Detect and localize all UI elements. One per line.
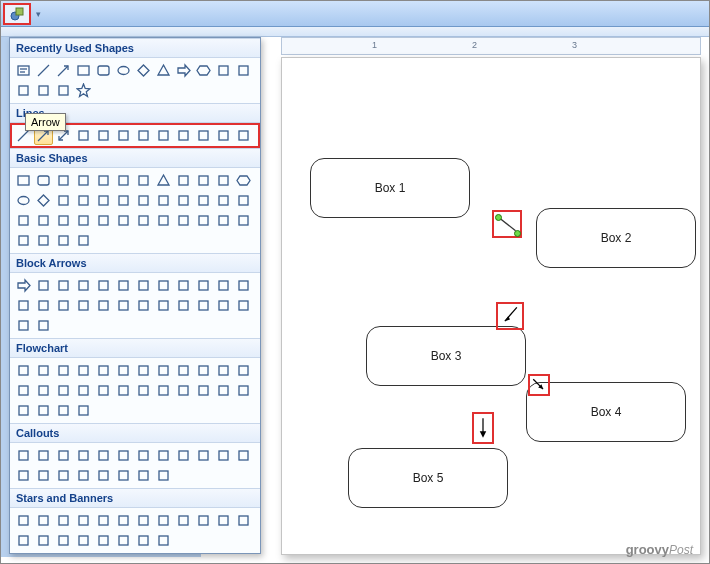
rect-icon[interactable]: [74, 61, 93, 80]
border3-icon[interactable]: [54, 466, 73, 485]
quad-callout-icon[interactable]: [234, 296, 253, 315]
vert-scroll-icon[interactable]: [94, 531, 113, 550]
display-icon[interactable]: [74, 401, 93, 420]
accent1-icon[interactable]: [174, 446, 193, 465]
elbow-double-icon[interactable]: [114, 126, 133, 145]
pentagon-arrow-icon[interactable]: [114, 296, 133, 315]
flowchart-box[interactable]: Box 3: [366, 326, 526, 386]
oval-callout-icon[interactable]: [54, 446, 73, 465]
heart-icon[interactable]: [114, 191, 133, 210]
curved-ribbon-up-icon[interactable]: [54, 531, 73, 550]
striped-arrow-icon[interactable]: [74, 296, 93, 315]
curve-arrow-icon[interactable]: [154, 126, 173, 145]
star4-icon[interactable]: [54, 511, 73, 530]
hexagon-icon[interactable]: [234, 171, 253, 190]
qat-shapes-button[interactable]: [3, 3, 31, 25]
trapezoid-icon[interactable]: [214, 171, 233, 190]
star32-icon[interactable]: [234, 511, 253, 530]
right-tri-icon[interactable]: [174, 171, 193, 190]
parallelogram-icon[interactable]: [194, 171, 213, 190]
arc-icon[interactable]: [214, 191, 233, 210]
diamond-icon[interactable]: [34, 191, 53, 210]
triangle-icon[interactable]: [154, 61, 173, 80]
pie-icon[interactable]: [154, 211, 173, 230]
left-callout-icon[interactable]: [194, 296, 213, 315]
curved-up-icon[interactable]: [34, 296, 53, 315]
plus-icon[interactable]: [74, 191, 93, 210]
border4-icon[interactable]: [74, 466, 93, 485]
process-icon[interactable]: [14, 361, 33, 380]
curved-arrow-icon[interactable]: [214, 61, 233, 80]
smiley-icon[interactable]: [94, 191, 113, 210]
horiz-scroll-icon[interactable]: [114, 531, 133, 550]
line-callout4-icon[interactable]: [154, 446, 173, 465]
cloud-icon[interactable]: [194, 191, 213, 210]
junction-icon[interactable]: [94, 381, 113, 400]
accent2-icon[interactable]: [194, 446, 213, 465]
qat-dropdown-icon[interactable]: ▾: [33, 3, 43, 25]
swoosh-arrow-icon[interactable]: [34, 316, 53, 335]
wave-icon[interactable]: [134, 531, 153, 550]
down-arrow-icon[interactable]: [74, 276, 93, 295]
accent-b2-icon[interactable]: [114, 466, 133, 485]
merge-icon[interactable]: [194, 381, 213, 400]
cube-icon[interactable]: [114, 171, 133, 190]
hexagon-icon[interactable]: [194, 61, 213, 80]
collate-icon[interactable]: [134, 381, 153, 400]
internal-icon[interactable]: [114, 361, 133, 380]
oval-icon[interactable]: [14, 191, 33, 210]
document-icon[interactable]: [134, 361, 153, 380]
updown-arrow-icon[interactable]: [114, 276, 133, 295]
seq-access-icon[interactable]: [14, 401, 33, 420]
multidoc-icon[interactable]: [154, 361, 173, 380]
moon-icon[interactable]: [174, 191, 193, 210]
line-callout3-icon[interactable]: [134, 446, 153, 465]
rect-icon[interactable]: [14, 171, 33, 190]
scribble2-icon[interactable]: [234, 126, 253, 145]
or-icon[interactable]: [114, 381, 133, 400]
star12-icon[interactable]: [174, 511, 193, 530]
extract-icon[interactable]: [174, 381, 193, 400]
flowchart-box[interactable]: Box 2: [536, 208, 696, 268]
terminator-icon[interactable]: [174, 361, 193, 380]
decision-icon[interactable]: [54, 361, 73, 380]
round-callout-icon[interactable]: [34, 446, 53, 465]
flowchart-box[interactable]: Box 4: [526, 382, 686, 442]
accent-b4-icon[interactable]: [154, 466, 173, 485]
document-canvas[interactable]: Box 1Box 2Box 3Box 4Box 5: [281, 57, 701, 555]
cloud-callout-icon[interactable]: [74, 446, 93, 465]
star7-icon[interactable]: [114, 511, 133, 530]
donut-icon[interactable]: [234, 191, 253, 210]
offpage-icon[interactable]: [34, 381, 53, 400]
curve-icon[interactable]: [134, 126, 153, 145]
star10-icon[interactable]: [154, 511, 173, 530]
connector-highlight[interactable]: [496, 302, 524, 330]
alt-process-icon[interactable]: [34, 361, 53, 380]
sort-icon[interactable]: [154, 381, 173, 400]
octagon-icon[interactable]: [54, 191, 73, 210]
border1-icon[interactable]: [14, 466, 33, 485]
brace-right-icon[interactable]: [54, 81, 73, 100]
predef-icon[interactable]: [94, 361, 113, 380]
bracket-r-icon[interactable]: [234, 211, 253, 230]
no-symbol-icon[interactable]: [14, 211, 33, 230]
star24-icon[interactable]: [214, 511, 233, 530]
quad-arrow-icon[interactable]: [134, 276, 153, 295]
bracket-l-icon[interactable]: [214, 211, 233, 230]
manual-op-icon[interactable]: [234, 361, 253, 380]
prep-icon[interactable]: [194, 361, 213, 380]
curved-ribbon-down-icon[interactable]: [74, 531, 93, 550]
connector-highlight[interactable]: [528, 374, 550, 396]
stored-icon[interactable]: [214, 381, 233, 400]
elbow-arrow-icon[interactable]: [94, 126, 113, 145]
arrow-icon[interactable]: [54, 61, 73, 80]
leftright-arrow-icon[interactable]: [94, 276, 113, 295]
leftup-arrow-icon[interactable]: [194, 276, 213, 295]
textbox-icon[interactable]: [14, 61, 33, 80]
bentup-arrow-icon[interactable]: [214, 276, 233, 295]
manual-input-icon[interactable]: [214, 361, 233, 380]
connector-highlight[interactable]: [492, 210, 522, 238]
double-wave-icon[interactable]: [154, 531, 173, 550]
star8-icon[interactable]: [134, 511, 153, 530]
line-callout1-icon[interactable]: [94, 446, 113, 465]
